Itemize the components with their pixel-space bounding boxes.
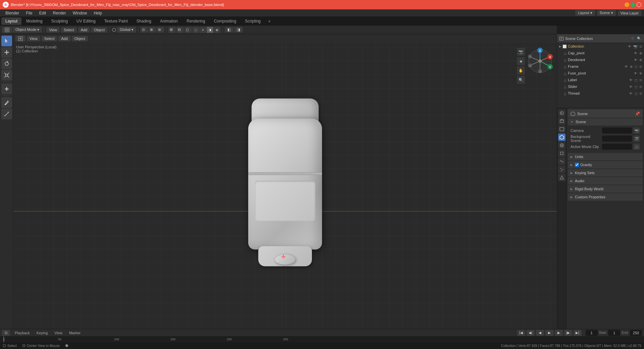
prev-frame-btn[interactable]: ◀ [536,330,544,336]
label-visibility[interactable]: 👁 [629,78,633,82]
prop-icon-physics[interactable] [558,174,566,181]
measure-tool[interactable] [1,109,12,119]
deodorant-visibility[interactable]: 👁 [634,58,637,62]
overlay-btn[interactable]: ⊟ [176,27,184,33]
camera-view-btn[interactable]: 📷 [517,48,525,56]
timeline-view-menu[interactable]: View [52,331,64,335]
global-dropdown[interactable]: Global ▾ [117,27,136,33]
menu-help[interactable]: Help [91,10,105,16]
tab-compositing[interactable]: Compositing [210,17,240,25]
outliner-filter-btn[interactable]: ▽ [630,36,635,41]
cursor-tool[interactable] [1,36,12,46]
fuse-pivot-select[interactable]: ⊕ [639,71,642,75]
editor-type-btn[interactable] [15,36,25,42]
tab-modeling[interactable]: Modeling [22,17,47,25]
menu-file[interactable]: File [23,10,35,16]
menu-window[interactable]: Window [70,10,90,16]
prop-icon-object[interactable] [558,150,566,157]
label-render[interactable]: ⊙ [639,78,642,82]
camera-field[interactable] [602,128,632,134]
rendered-btn[interactable]: ◉ [214,27,220,33]
tab-texture-paint[interactable]: Texture Paint [100,17,132,25]
jump-start-btn[interactable]: |◀ [517,330,525,336]
tab-sculpting[interactable]: Sculpting [47,17,72,25]
add-menu[interactable]: Add [78,27,90,33]
region-toggle-btn[interactable]: ◧ [225,27,233,33]
prop-section-scene-header[interactable]: ▼ Scene [568,118,643,126]
outliner-item-collection[interactable]: ▶ ⬜ Collection 👁 📷 ⊙ [557,43,644,50]
slider-render[interactable]: ⊙ [639,85,642,89]
start-frame-input[interactable]: 1 [608,330,620,336]
collection-camera[interactable]: 📷 [633,45,637,48]
outliner-item-deodorant[interactable]: △ Deodorant 👁 ⊕ [557,56,644,63]
grab-btn[interactable]: ✋ [517,66,525,74]
rotate-tool[interactable] [1,58,12,69]
active-movie-clip-icon-btn[interactable]: 🎥 [633,144,640,150]
minimize-button[interactable] [625,2,629,7]
timeline-playback-menu[interactable]: Playback [13,331,32,335]
viewport-object-menu[interactable]: Object [72,36,88,41]
timeline-editor-type[interactable]: ⊡ [2,330,10,336]
layout-dropdown[interactable]: Layout ▾ [575,10,595,16]
frame-select[interactable]: ⊕ [630,65,633,68]
properties-pin[interactable]: 📌 [635,111,640,116]
outliner-item-frame[interactable]: △ Frame 👁 ⊕ ◻ ⊙ [557,63,644,70]
tab-shading[interactable]: Shading [132,17,155,25]
camera-icon-btn[interactable]: 📷 [633,128,640,134]
cap-pivot-visibility[interactable]: 👁 [634,51,637,55]
viewport-view-menu[interactable]: View [27,36,40,41]
thread-render[interactable]: ⊙ [639,92,642,95]
material-btn[interactable]: ◑ [207,27,213,33]
outliner-search-btn[interactable]: 🔍 [636,36,642,41]
window-controls[interactable] [625,2,641,7]
prop-section-gravity-header[interactable]: ▶ Gravity [568,161,643,168]
tab-rendering[interactable]: Rendering [182,17,209,25]
background-scene-icon-btn[interactable]: 🎬 [633,136,640,142]
next-keyframe-btn[interactable]: |▶ [564,330,572,336]
background-scene-field[interactable] [602,136,632,142]
end-frame-input[interactable]: 250 [630,330,642,336]
prop-icon-output[interactable] [558,117,566,125]
frame-view[interactable]: ⊙ [639,65,642,68]
transform-tool[interactable] [1,84,12,94]
jump-end-btn[interactable]: ▶| [574,330,582,336]
prop-icon-view-layer[interactable] [558,126,566,133]
viewport[interactable]: View Select Add Object User Perspective … [13,34,557,329]
prop-icon-modifier[interactable] [558,158,566,165]
prop-section-custom-properties-header[interactable]: ▶ Custom Properties [568,193,643,201]
annotate-tool[interactable] [1,97,12,108]
play-btn[interactable]: ▶ [545,330,553,336]
select-menu[interactable]: Select [61,27,77,33]
prop-section-rigid-body-world-header[interactable]: ▶ Rigid Body World [568,185,643,193]
outliner-item-label[interactable]: △ Label 👁 ◻ ⊙ [557,77,644,83]
viewport-select-menu[interactable]: Select [42,36,57,41]
slider-visibility[interactable]: 👁 [629,85,633,89]
tab-uv-editing[interactable]: UV Editing [72,17,100,25]
label-select[interactable]: ◻ [635,78,637,82]
current-frame-input[interactable]: 1 [586,330,598,336]
snap-btn[interactable]: ⊕ [149,27,156,33]
show-gizmo-btn[interactable]: ⊞ [168,27,176,33]
solid-btn[interactable]: ● [200,27,206,33]
frame-visibility[interactable]: 👁 [625,65,628,68]
active-movie-clip-field[interactable] [602,144,632,150]
scale-tool[interactable] [1,70,12,81]
prop-icon-world[interactable] [558,142,566,149]
view-menu[interactable]: View [46,27,60,33]
prop-section-units-header[interactable]: ▶ Units [568,153,643,160]
outliner-item-thread[interactable]: △ Thread 👁 ◻ ⊙ [557,90,644,97]
timeline-marker-menu[interactable]: Marker [67,331,83,335]
prop-icon-scene[interactable] [558,134,566,141]
scene-dropdown[interactable]: Scene ▾ [597,10,616,16]
timeline-keying-menu[interactable]: Keying [35,331,50,335]
prop-icon-render[interactable] [558,109,566,117]
tab-scripting[interactable]: Scripting [241,17,265,25]
prop-section-keying-sets-header[interactable]: ▶ Keying Sets [568,169,643,177]
gravity-checkbox[interactable] [575,163,579,167]
close-button[interactable] [637,2,641,7]
object-mode-dropdown[interactable]: Object Mode ▾ [13,27,42,33]
slider-select[interactable]: ◻ [635,85,637,89]
tab-animation[interactable]: Animation [156,17,182,25]
pivot-btn[interactable]: ⊙ [141,27,148,33]
outliner-item-cap-pivot[interactable]: △ Cap_pivot 👁 ⊕ [557,50,644,56]
